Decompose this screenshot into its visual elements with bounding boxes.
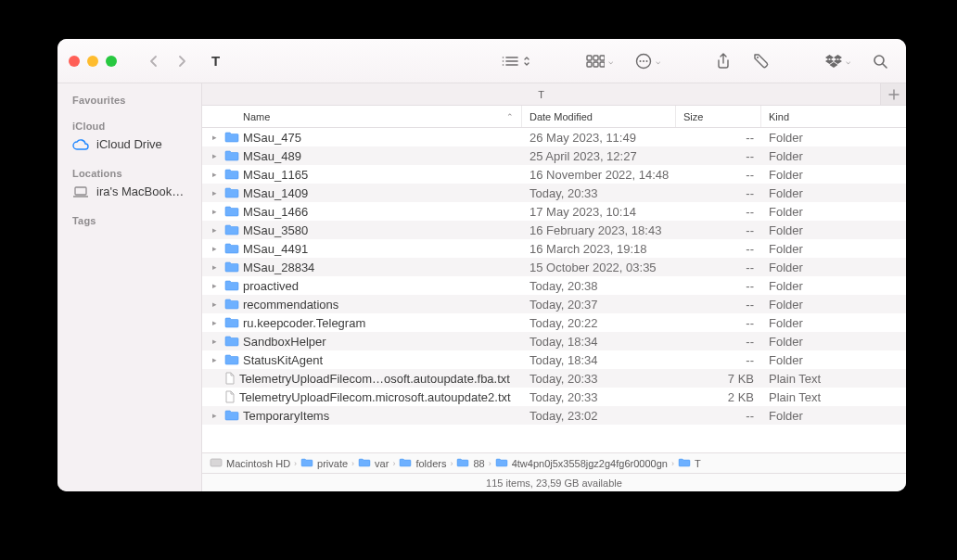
cell-name: TelemetryUploadFilecom…osoft.autoupdate.…	[202, 369, 522, 388]
sidebar-item-label: iCloud Drive	[96, 137, 162, 151]
disclosure-triangle[interactable]: ▸	[208, 151, 221, 160]
column-header-size[interactable]: Size	[676, 106, 761, 127]
sidebar-item-icloud-drive[interactable]: iCloud Drive	[57, 134, 201, 155]
file-row[interactable]: ▸MSau_48925 April 2023, 12:27--Folder	[202, 146, 906, 165]
back-button[interactable]	[141, 50, 165, 72]
action-button[interactable]: ⌵	[628, 48, 668, 74]
disclosure-triangle[interactable]: ▸	[208, 337, 221, 346]
cell-size: --	[676, 258, 761, 276]
tag-icon	[753, 53, 770, 70]
cell-name: ▸MSau_4491	[202, 239, 522, 258]
column-header-kind[interactable]: Kind	[761, 106, 906, 127]
file-row[interactable]: ▸MSau_146617 May 2023, 10:14--Folder	[202, 202, 906, 221]
cell-date: 16 November 2022, 14:48	[522, 165, 676, 184]
file-row[interactable]: ▸TemporaryItemsToday, 23:02--Folder	[202, 406, 906, 425]
disclosure-triangle[interactable]: ▸	[208, 411, 221, 420]
disclosure-triangle[interactable]: ▸	[208, 262, 221, 272]
path-item[interactable]: T	[678, 458, 701, 469]
cell-name: ▸MSau_28834	[202, 258, 522, 276]
file-row[interactable]: ▸MSau_358016 February 2023, 18:43--Folde…	[202, 221, 906, 239]
disclosure-triangle[interactable]: ▸	[208, 355, 221, 364]
path-separator: ›	[450, 459, 453, 468]
tags-button[interactable]	[746, 48, 777, 74]
column-label: Date Modified	[530, 111, 593, 122]
file-row[interactable]: TelemetryUploadFilecom…osoft.autoupdate.…	[202, 369, 906, 388]
folder-icon	[224, 150, 239, 161]
file-row[interactable]: ▸proactivedToday, 20:38--Folder	[202, 276, 906, 295]
nav-arrows	[141, 50, 195, 72]
file-name: TelemetryUploadFilecom.microsoft.autoupd…	[239, 390, 511, 404]
view-list-button[interactable]	[493, 48, 538, 74]
disclosure-triangle[interactable]: ▸	[208, 281, 221, 290]
disclosure-triangle[interactable]: ▸	[208, 318, 221, 327]
path-item[interactable]: 88	[456, 458, 484, 469]
cell-kind: Folder	[761, 128, 906, 146]
svg-rect-10	[593, 62, 598, 67]
file-row[interactable]: ▸ru.keepcoder.TelegramToday, 20:22--Fold…	[202, 313, 906, 332]
tab[interactable]: T	[202, 83, 880, 105]
cell-name: ▸StatusKitAgent	[202, 350, 522, 369]
disclosure-triangle[interactable]: ▸	[208, 299, 221, 309]
cell-kind: Folder	[761, 221, 906, 239]
disclosure-triangle[interactable]: ▸	[208, 244, 221, 253]
file-name: MSau_3580	[243, 223, 308, 237]
file-name: MSau_4491	[243, 242, 308, 256]
sidebar-icloud-header: iCloud	[57, 117, 201, 134]
disclosure-triangle[interactable]: ▸	[208, 133, 221, 142]
minimize-button[interactable]	[87, 56, 98, 67]
file-row[interactable]: ▸MSau_1409Today, 20:33--Folder	[202, 184, 906, 202]
path-item[interactable]: var	[358, 458, 389, 469]
status-text: 115 items, 23,59 GB available	[486, 477, 622, 489]
zoom-button[interactable]	[106, 56, 117, 67]
file-row[interactable]: TelemetryUploadFilecom.microsoft.autoupd…	[202, 388, 906, 406]
search-button[interactable]	[865, 48, 895, 74]
file-row[interactable]: ▸MSau_116516 November 2022, 14:48--Folde…	[202, 165, 906, 184]
column-label: Kind	[769, 111, 789, 122]
file-name: SandboxHelper	[243, 335, 326, 349]
path-item[interactable]: folders	[399, 458, 446, 469]
path-item[interactable]: 4tw4pn0j5x3558jgz2g4fg6r0000gn	[495, 458, 668, 469]
cell-size: --	[676, 239, 761, 258]
tab-bar: T	[202, 83, 906, 106]
cell-size: --	[676, 146, 761, 165]
file-name: MSau_1409	[243, 186, 308, 200]
cell-size: 7 KB	[676, 369, 761, 388]
close-button[interactable]	[69, 56, 80, 67]
file-row[interactable]: ▸recommendationsToday, 20:37--Folder	[202, 295, 906, 313]
file-row[interactable]: ▸SandboxHelperToday, 18:34--Folder	[202, 332, 906, 350]
svg-point-15	[646, 60, 648, 62]
file-name: MSau_1466	[243, 205, 308, 219]
cell-name: ▸SandboxHelper	[202, 332, 522, 350]
chevron-down-icon: ⌵	[846, 57, 850, 66]
disclosure-triangle[interactable]: ▸	[208, 207, 221, 216]
cell-date: Today, 20:38	[522, 276, 676, 295]
forward-button[interactable]	[171, 50, 195, 72]
disclosure-triangle[interactable]: ▸	[208, 188, 221, 197]
file-row[interactable]: ▸MSau_47526 May 2023, 11:49--Folder	[202, 128, 906, 146]
file-row[interactable]: ▸MSau_2883415 October 2022, 03:35--Folde…	[202, 258, 906, 276]
cell-size: --	[676, 202, 761, 221]
file-row[interactable]: ▸MSau_449116 March 2023, 19:18--Folder	[202, 239, 906, 258]
main-content: T Name ⌃ Date Modified Size Kind ▸MSau_4…	[201, 83, 906, 491]
path-item[interactable]: private	[300, 458, 348, 469]
toolbar: T ⌵ ⌵ ⌵	[57, 39, 906, 83]
traffic-lights	[69, 56, 117, 67]
path-item[interactable]: Macintosh HD	[210, 458, 290, 469]
file-list[interactable]: ▸MSau_47526 May 2023, 11:49--Folder▸MSau…	[202, 128, 906, 452]
file-row[interactable]: ▸StatusKitAgentToday, 18:34--Folder	[202, 350, 906, 369]
column-header-name[interactable]: Name ⌃	[202, 106, 522, 127]
disclosure-triangle[interactable]: ▸	[208, 225, 221, 235]
column-label: Name	[243, 111, 270, 122]
group-button[interactable]: ⌵	[579, 48, 620, 74]
file-name: recommendations	[243, 298, 338, 312]
cell-kind: Folder	[761, 184, 906, 202]
folder-icon	[456, 458, 469, 469]
share-button[interactable]	[708, 48, 738, 74]
path-bar: Macintosh HD›private›var›folders›88›4tw4…	[202, 452, 906, 473]
disclosure-triangle[interactable]: ▸	[208, 170, 221, 179]
dropbox-button[interactable]: ⌵	[818, 48, 858, 74]
path-label: 4tw4pn0j5x3558jgz2g4fg6r0000gn	[512, 458, 668, 469]
sidebar-item-macbook[interactable]: ira's MacBook…	[57, 181, 201, 202]
column-header-date[interactable]: Date Modified	[522, 106, 676, 127]
new-tab-button[interactable]	[880, 83, 906, 105]
